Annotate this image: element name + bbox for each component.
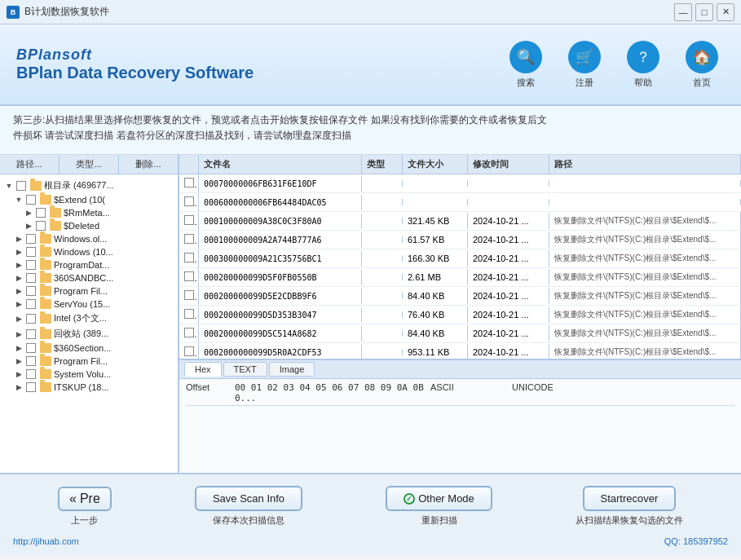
tree-item[interactable]: ▼ 根目录 (469677...	[0, 178, 178, 193]
tree-item[interactable]: ▶ $Deleted	[0, 219, 178, 232]
tree-checkbox[interactable]	[16, 181, 26, 191]
tree-item-label: Program Fil...	[54, 356, 108, 366]
table-row[interactable]: 0002000000099D5R0A2CDF53 953.11 KB 2024-…	[179, 343, 741, 359]
tree-item[interactable]: ▶ ServYou (15...	[0, 298, 178, 311]
logo-product: BPlan Data Recovery Software	[16, 64, 503, 82]
table-row[interactable]: 000300000009A21C35756BC1 166.30 KB 2024-…	[179, 249, 741, 268]
save-scan-button[interactable]: Save Scan Info	[195, 486, 302, 511]
tree-checkbox[interactable]	[26, 260, 36, 270]
tree-checkbox[interactable]	[26, 329, 36, 339]
col-type-header: 类型	[362, 155, 403, 174]
row-size: 2.61 MB	[403, 269, 468, 285]
minimize-button[interactable]: —	[674, 3, 692, 21]
tree-checkbox[interactable]	[26, 247, 36, 257]
table-row[interactable]: 000100000009A38C0C3F80A0 321.45 KB 2024-…	[179, 212, 741, 231]
row-path	[549, 199, 741, 205]
nav-prev-icon: «	[69, 492, 77, 506]
tree-checkbox[interactable]	[36, 221, 46, 231]
row-date: 2024-10-21 ...	[468, 288, 549, 304]
tree-item[interactable]: ▶ $RmMeta...	[0, 206, 178, 219]
tree-item[interactable]: ▶ Program Fil...	[0, 284, 178, 298]
tree-item[interactable]: ▶ Windows (10...	[0, 245, 178, 258]
table-row[interactable]: 0006000000006FB64484DAC05	[179, 193, 741, 212]
other-mode-button[interactable]: ✓ Other Mode	[386, 486, 492, 511]
file-table: 文件名 类型 文件大小 修改时间 路径 00070000006FB631F6E1…	[179, 155, 741, 359]
hex-tabs: Hex TEXT Image	[179, 360, 741, 379]
nav-search-label: 搜索	[517, 77, 535, 89]
tree-item[interactable]: ▶ $360Section...	[0, 342, 178, 355]
tree-checkbox[interactable]	[26, 234, 36, 244]
table-row[interactable]: 000200000099D5C514A8682 84.40 KB 2024-10…	[179, 324, 741, 343]
row-type	[362, 218, 403, 224]
row-checkbox[interactable]	[179, 324, 199, 342]
tree-item[interactable]: ▶ System Volu...	[0, 368, 178, 381]
row-type	[362, 255, 403, 262]
maximize-button[interactable]: □	[695, 3, 713, 21]
tree-checkbox[interactable]	[26, 314, 36, 324]
tree-checkbox[interactable]	[26, 356, 36, 366]
nav-home-button[interactable]: 🏠 首页	[679, 36, 725, 94]
tree-checkbox[interactable]	[26, 299, 36, 309]
website-link[interactable]: http://jihuab.com	[13, 536, 79, 546]
tree-item[interactable]: ▶ Intel (3个文...	[0, 311, 178, 326]
tree-path-btn[interactable]: 路径...	[0, 155, 60, 174]
table-row[interactable]: 000200000099D5D353B3047 76.40 KB 2024-10…	[179, 306, 741, 324]
tree-item[interactable]: ▶ Windows.ol...	[0, 232, 178, 245]
row-checkbox[interactable]	[179, 343, 199, 359]
tree-item[interactable]: ▶ 回收站 (389...	[0, 326, 178, 342]
tree-item-label: Program Fil...	[54, 286, 108, 296]
nav-register-button[interactable]: 🛒 注册	[562, 36, 607, 94]
help-icon: ？	[627, 41, 659, 73]
other-mode-group: ✓ Other Mode 重新扫描	[386, 486, 492, 527]
hex-tab-image[interactable]: Image	[269, 362, 315, 377]
nav-search-button[interactable]: 🔍 搜索	[503, 36, 549, 94]
tree-item-label: ITSKUP (18...	[54, 382, 109, 392]
tree-expander-icon: ▶	[14, 382, 24, 392]
row-checkbox[interactable]	[179, 306, 199, 324]
tree-checkbox[interactable]	[26, 382, 36, 392]
nav-step-label: 上一步	[71, 514, 98, 527]
tree-checkbox[interactable]	[26, 369, 36, 379]
hex-tab-text[interactable]: TEXT	[223, 362, 267, 377]
tree-item[interactable]: ▶ 360SANDBC...	[0, 271, 178, 284]
row-checkbox[interactable]	[179, 193, 199, 211]
start-recover-button[interactable]: Startrecover	[583, 486, 677, 511]
row-path: 恢复删除文件\(NTFS)(C:)根目录\$Extend\$...	[549, 212, 741, 230]
row-checkbox[interactable]	[179, 287, 199, 305]
table-row[interactable]: 00070000006FB631F6E10DF	[179, 174, 741, 193]
nav-prev-button[interactable]: « Pre	[58, 487, 112, 511]
tree-item[interactable]: ▶ ProgramDat...	[0, 258, 178, 271]
tree-checkbox[interactable]	[26, 273, 36, 283]
tree-type-btn[interactable]: 类型...	[60, 155, 119, 174]
table-row[interactable]: 000200000099D5E2CDBB9F6 84.40 KB 2024-10…	[179, 287, 741, 306]
row-date: 2024-10-21 ...	[468, 231, 549, 248]
tree-item[interactable]: ▼ $Extend (10(	[0, 193, 178, 206]
tree-item[interactable]: ▶ Program Fil...	[0, 355, 178, 368]
tree-item-label: Windows.ol...	[54, 234, 107, 244]
tree-item-label: $Extend (10(	[54, 195, 105, 205]
row-checkbox[interactable]	[179, 212, 199, 230]
row-checkbox[interactable]	[179, 231, 199, 249]
nav-help-button[interactable]: ？ 帮助	[620, 36, 666, 94]
hex-bytes-header: 00 01 02 03 04 05 06 07 08 09 0A 0B 0...	[235, 382, 430, 403]
tree-item[interactable]: ▶ ITSKUP (18...	[0, 381, 178, 394]
close-button[interactable]: ✕	[717, 3, 734, 21]
row-date: 2024-10-21 ...	[468, 344, 549, 359]
row-date: 2024-10-21 ...	[468, 306, 549, 323]
table-row[interactable]: 000200000099D5F0FB0550B 2.61 MB 2024-10-…	[179, 268, 741, 287]
tree-delete-btn[interactable]: 删除...	[119, 155, 178, 174]
tree-checkbox[interactable]	[36, 208, 46, 218]
tree-checkbox[interactable]	[26, 286, 36, 296]
tree-checkbox[interactable]	[26, 343, 36, 353]
nav-help-label: 帮助	[634, 77, 652, 89]
row-checkbox[interactable]	[179, 268, 199, 286]
row-checkbox[interactable]	[179, 174, 199, 192]
row-name: 000200000099D5C514A8682	[199, 326, 362, 342]
tree-checkbox[interactable]	[26, 195, 36, 205]
start-recover-group: Startrecover 从扫描结果恢复勾选的文件	[576, 486, 683, 527]
row-size: 953.11 KB	[403, 344, 468, 359]
row-checkbox[interactable]	[179, 249, 199, 267]
tree-item-label: System Volu...	[54, 369, 111, 379]
hex-tab-hex[interactable]: Hex	[184, 362, 222, 377]
table-row[interactable]: 000100000009A2A744B777A6 61.57 KB 2024-1…	[179, 231, 741, 249]
